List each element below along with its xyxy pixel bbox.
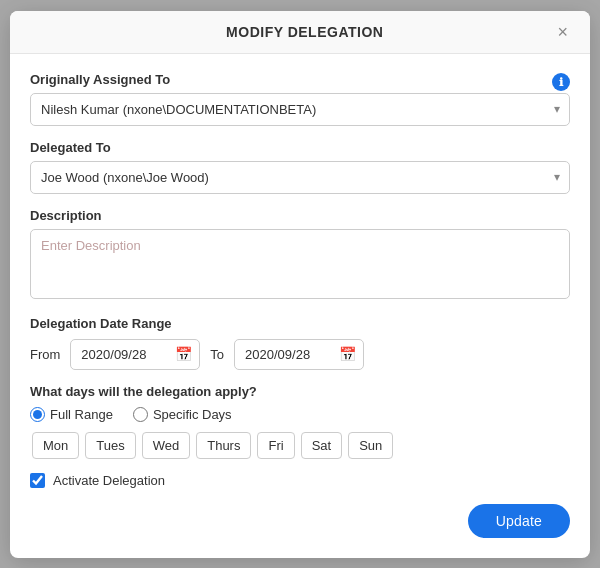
description-textarea[interactable] — [30, 229, 570, 299]
delegated-to-label: Delegated To — [30, 140, 570, 155]
to-calendar-icon[interactable]: 📅 — [339, 346, 356, 362]
description-label: Description — [30, 208, 570, 223]
delegated-to-group: Delegated To Joe Wood (nxone\Joe Wood) ▾ — [30, 140, 570, 194]
modal-dialog: MODIFY DELEGATION × Originally Assigned … — [10, 11, 590, 558]
footer-row: Update — [30, 504, 570, 538]
from-date-wrapper: 📅 — [70, 339, 200, 370]
modal-overlay: MODIFY DELEGATION × Originally Assigned … — [0, 0, 600, 568]
activate-row: Activate Delegation — [30, 473, 570, 488]
specific-days-radio[interactable] — [133, 407, 148, 422]
description-group: Description — [30, 208, 570, 302]
specific-days-label: Specific Days — [153, 407, 232, 422]
days-buttons: MonTuesWedThursFriSatSun — [32, 432, 570, 459]
day-button[interactable]: Sun — [348, 432, 393, 459]
close-button[interactable]: × — [555, 23, 570, 41]
activate-checkbox[interactable] — [30, 473, 45, 488]
days-question: What days will the delegation apply? — [30, 384, 570, 399]
delegated-to-select-wrapper: Joe Wood (nxone\Joe Wood) ▾ — [30, 161, 570, 194]
to-label: To — [210, 347, 224, 362]
modal-title: MODIFY DELEGATION — [54, 24, 555, 40]
day-button[interactable]: Wed — [142, 432, 191, 459]
radio-row: Full Range Specific Days — [30, 407, 570, 422]
full-range-label: Full Range — [50, 407, 113, 422]
modal-body: Originally Assigned To ℹ Nilesh Kumar (n… — [10, 54, 590, 558]
originally-assigned-select[interactable]: Nilesh Kumar (nxone\DOCUMENTATIONBETA) — [30, 93, 570, 126]
originally-assigned-select-wrapper: Nilesh Kumar (nxone\DOCUMENTATIONBETA) ▾ — [30, 93, 570, 126]
modal-header: MODIFY DELEGATION × — [10, 11, 590, 54]
day-button[interactable]: Mon — [32, 432, 79, 459]
date-range-section: Delegation Date Range From 📅 To 📅 — [30, 316, 570, 370]
day-button[interactable]: Thurs — [196, 432, 251, 459]
from-label: From — [30, 347, 60, 362]
date-range-label: Delegation Date Range — [30, 316, 570, 331]
full-range-radio-label[interactable]: Full Range — [30, 407, 113, 422]
day-button[interactable]: Tues — [85, 432, 135, 459]
to-date-wrapper: 📅 — [234, 339, 364, 370]
originally-assigned-label: Originally Assigned To — [30, 72, 170, 87]
from-calendar-icon[interactable]: 📅 — [175, 346, 192, 362]
activate-label: Activate Delegation — [53, 473, 165, 488]
day-button[interactable]: Sat — [301, 432, 343, 459]
day-button[interactable]: Fri — [257, 432, 294, 459]
delegated-to-select[interactable]: Joe Wood (nxone\Joe Wood) — [30, 161, 570, 194]
specific-days-radio-label[interactable]: Specific Days — [133, 407, 232, 422]
days-section: What days will the delegation apply? Ful… — [30, 384, 570, 459]
date-row: From 📅 To 📅 — [30, 339, 570, 370]
full-range-radio[interactable] — [30, 407, 45, 422]
update-button[interactable]: Update — [468, 504, 570, 538]
info-icon[interactable]: ℹ — [552, 73, 570, 91]
originally-assigned-group: Originally Assigned To ℹ Nilesh Kumar (n… — [30, 72, 570, 126]
